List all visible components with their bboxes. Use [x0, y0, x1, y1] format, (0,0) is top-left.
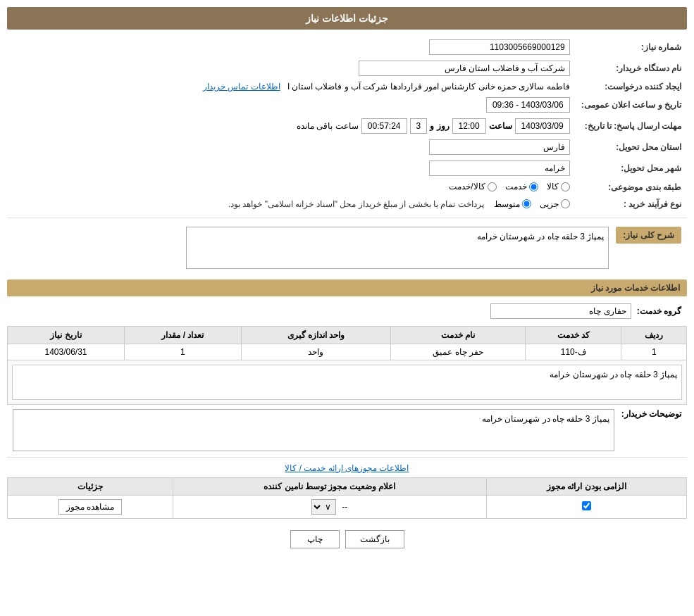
- purchase-motavaset-radio[interactable]: [522, 199, 531, 208]
- page-wrapper: جزئیات اطلاعات نیاز شماره نیاز: 11030056…: [0, 0, 694, 616]
- need-description-label: شرح کلی نیاز:: [616, 227, 681, 244]
- reply-remaining-label: ساعت باقی مانده: [297, 121, 359, 131]
- category-label: طبقه بندی موضوعی:: [576, 179, 687, 196]
- need-description-section: شرح کلی نیاز:: [7, 224, 687, 274]
- col-unit: واحد اندازه گیری: [241, 326, 390, 344]
- category-khedmat-radio[interactable]: [529, 182, 538, 191]
- page-title: جزئیات اطلاعات نیاز: [7, 7, 687, 30]
- service-table-row: 1 ف-110 حفر چاه عمیق واحد 1 1403/06/31: [8, 344, 687, 360]
- category-kala-khedmat: کالا/خدمت: [449, 182, 496, 191]
- need-number-label: شماره نیاز:: [576, 37, 687, 58]
- view-permit-button[interactable]: مشاهده مجوز: [58, 499, 122, 515]
- service-group-box: حفاری چاه: [490, 303, 631, 319]
- cell-service-code: ف-110: [526, 344, 621, 360]
- permit-section-link[interactable]: اطلاعات مجوزهای ارائه خدمت / کالا: [285, 463, 409, 473]
- col-permit-status: اعلام وضعیت مجوز توسط نامین کننده: [173, 477, 486, 495]
- province-value: فارس: [7, 137, 576, 158]
- service-description-box: پمپاژ 3 حلقه چاه در شهرستان خرامه: [12, 365, 682, 400]
- back-button[interactable]: بازگشت: [345, 530, 404, 548]
- permit-section-link-container: اطلاعات مجوزهای ارائه خدمت / کالا: [7, 463, 687, 473]
- announce-datetime-box: 1403/03/06 - 09:36: [486, 97, 570, 113]
- service-description-row: پمپاژ 3 حلقه چاه در شهرستان خرامه: [8, 360, 687, 404]
- purchase-motavaset-label: متوسط: [494, 199, 520, 209]
- category-kala: کالا: [547, 182, 570, 191]
- permit-required-cell: [486, 495, 686, 518]
- permit-status-text: --: [342, 502, 347, 512]
- buyer-notes-section: توضیحات خریدار:: [7, 409, 687, 451]
- permit-table: الزامی بودن ارائه مجوز اعلام وضعیت مجوز …: [7, 477, 687, 519]
- service-info-title: اطلاعات خدمات مورد نیاز: [7, 279, 687, 296]
- need-description-container: [13, 227, 609, 271]
- need-number-box: 1103005669000129: [429, 39, 570, 55]
- creator-value: فاطمه سالاری حمزه خانی کارشناس امور قرار…: [287, 82, 570, 92]
- permit-status-row: -- ∨: [179, 499, 481, 515]
- reply-days-label: روز و: [430, 121, 449, 131]
- purchase-motavaset: متوسط: [494, 199, 531, 209]
- category-khedmat-label: خدمت: [505, 182, 527, 191]
- purchase-type-label: نوع فرآیند خرید :: [576, 196, 687, 212]
- category-khedmat: خدمت: [505, 182, 538, 191]
- province-label: استان محل تحویل:: [576, 137, 687, 158]
- cell-service-name: حفر چاه عمیق: [391, 344, 526, 360]
- permit-status-select[interactable]: ∨: [311, 499, 336, 515]
- service-group-row: گروه خدمت: حفاری چاه: [7, 301, 687, 322]
- col-service-code: کد خدمت: [526, 326, 621, 344]
- permit-detail-cell: مشاهده مجوز: [8, 495, 173, 518]
- need-description-textarea[interactable]: [186, 227, 609, 269]
- purchase-jozi-radio[interactable]: [561, 199, 570, 208]
- service-group-label: گروه خدمت:: [637, 306, 681, 316]
- announce-value: 1403/03/06 - 09:36: [7, 94, 576, 115]
- col-row-num: ردیف: [621, 326, 687, 344]
- service-description-cell: پمپاژ 3 حلقه چاه در شهرستان خرامه: [8, 360, 687, 404]
- buyer-notes-textarea[interactable]: [13, 409, 614, 451]
- province-box: فارس: [429, 139, 570, 155]
- col-need-date: تاریخ نیاز: [8, 326, 125, 344]
- category-row: کالا خدمت کالا/خدمت: [7, 179, 576, 196]
- permit-status-cell: -- ∨: [173, 495, 486, 518]
- print-button[interactable]: چاپ: [290, 530, 340, 548]
- city-value: خرامه: [7, 158, 576, 179]
- reply-deadline-row: 1403/03/09 ساعت 12:00 روز و 3 00:57:24 س…: [7, 115, 576, 137]
- category-kala-radio[interactable]: [561, 182, 570, 191]
- purchase-type-row: جزیی متوسط پرداخت تمام یا بخشی از مبلغ خ…: [7, 196, 576, 212]
- city-label: شهر محل تحویل:: [576, 158, 687, 179]
- reply-days-box: 3: [410, 118, 428, 134]
- category-kala-label: کالا: [547, 182, 559, 191]
- purchase-jozi-label: جزیی: [540, 199, 559, 209]
- col-service-name: نام خدمت: [391, 326, 526, 344]
- col-permit-detail: جزئیات: [8, 477, 173, 495]
- creator-label: ایجاد کننده درخواست:: [576, 79, 687, 94]
- reply-time-label: ساعت: [489, 121, 512, 131]
- buyer-org-value: شرکت آب و فاضلاب استان فارس: [7, 58, 576, 79]
- reply-date-box: 1403/03/09: [515, 118, 570, 134]
- reply-deadline-label: مهلت ارسال پاسخ: تا تاریخ:: [576, 115, 687, 137]
- cell-row-num: 1: [621, 344, 687, 360]
- col-quantity: تعداد / مقدار: [124, 326, 241, 344]
- buyer-org-box: شرکت آب و فاضلاب استان فارس: [359, 61, 570, 76]
- category-kala-khedmat-radio[interactable]: [488, 182, 497, 191]
- purchase-note: پرداخت تمام یا بخشی از مبلغ خریداز محل "…: [228, 199, 484, 209]
- creator-row: فاطمه سالاری حمزه خانی کارشناس امور قرار…: [7, 79, 576, 94]
- permit-required-checkbox[interactable]: [582, 501, 591, 510]
- main-info-table: شماره نیاز: 1103005669000129 نام دستگاه …: [7, 37, 687, 212]
- announce-label: تاریخ و ساعت اعلان عمومی:: [576, 94, 687, 115]
- divider-2: [7, 457, 687, 458]
- buyer-org-label: نام دستگاه خریدار:: [576, 58, 687, 79]
- category-radio-group: کالا خدمت کالا/خدمت: [449, 182, 569, 191]
- buyer-notes-label: توضیحات خریدار:: [621, 409, 681, 419]
- divider-1: [7, 218, 687, 218]
- purchase-radio-group: جزیی متوسط: [494, 199, 570, 209]
- cell-unit: واحد: [241, 344, 390, 360]
- reply-remaining-box: 00:57:24: [361, 118, 407, 134]
- service-description-text: پمپاژ 3 حلقه چاه در شهرستان خرامه: [550, 370, 677, 379]
- bottom-buttons: بازگشت چاپ: [7, 530, 687, 548]
- cell-need-date: 1403/06/31: [8, 344, 125, 360]
- service-table: ردیف کد خدمت نام خدمت واحد اندازه گیری ت…: [7, 326, 687, 405]
- col-permit-required: الزامی بودن ارائه مجوز: [486, 477, 686, 495]
- need-number-value: 1103005669000129: [7, 37, 576, 58]
- city-box: خرامه: [429, 161, 570, 176]
- category-kala-khedmat-label: کالا/خدمت: [449, 182, 485, 191]
- creator-contact-link[interactable]: اطلاعات تماس خریدار: [203, 82, 280, 92]
- permit-table-row: -- ∨ مشاهده مجوز: [8, 495, 687, 518]
- purchase-jozi: جزیی: [540, 199, 570, 209]
